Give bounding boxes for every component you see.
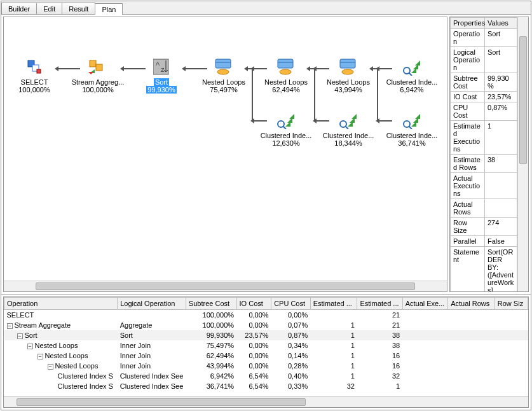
properties-vscrollbar[interactable] bbox=[517, 17, 528, 291]
svg-rect-11 bbox=[278, 59, 293, 68]
table-row[interactable]: −Nested LoopsInner Join43,994%0,00%0,28%… bbox=[4, 361, 528, 371]
aggregate-icon bbox=[88, 57, 108, 77]
props-row[interactable]: OperationSort bbox=[451, 29, 517, 47]
plan-node-stream-aggregate[interactable]: Stream Aggreg... 100,000% bbox=[67, 57, 128, 94]
props-row[interactable]: ParallelFalse bbox=[451, 236, 517, 247]
tree-toggle-icon[interactable]: − bbox=[48, 364, 53, 370]
tab-edit[interactable]: Edit bbox=[36, 3, 62, 14]
grid-col-header[interactable]: Row Siz bbox=[494, 298, 528, 310]
tree-toggle-icon[interactable]: − bbox=[7, 323, 13, 329]
grid-col-header[interactable]: IO Cost bbox=[236, 298, 271, 310]
props-row[interactable]: StatementSort(ORDER BY:([AdventureWorks]… bbox=[451, 247, 517, 292]
grid-col-header[interactable]: Logical Operation bbox=[118, 298, 186, 310]
nested-loops-icon bbox=[276, 57, 296, 77]
plan-node-clustered-index-3[interactable]: Clustered Inde... 18,344% bbox=[318, 110, 379, 147]
grid-col-header[interactable]: Estimated ... bbox=[357, 298, 402, 310]
diagram-hscrollbar[interactable] bbox=[4, 281, 447, 291]
svg-rect-14 bbox=[340, 59, 355, 68]
table-row[interactable]: −SortSort99,930%23,57%0,87%138 bbox=[4, 330, 528, 340]
props-row[interactable]: Logical OperationSort bbox=[451, 47, 517, 73]
grid-col-header[interactable]: Subtree Cost bbox=[186, 298, 236, 310]
tab-bar: Builder Edit Result Plan bbox=[1, 1, 531, 15]
plan-node-nested-loops-2[interactable]: Nested Loops 62,494% bbox=[256, 57, 317, 94]
grid-col-header[interactable]: Operation bbox=[4, 298, 118, 310]
svg-point-13 bbox=[280, 69, 291, 74]
props-col-properties[interactable]: Properties bbox=[451, 18, 485, 29]
clustered-index-icon bbox=[338, 110, 358, 130]
props-row[interactable]: Estimated Executions1 bbox=[451, 121, 517, 155]
props-row[interactable]: Row Size274 bbox=[451, 218, 517, 236]
clustered-index-icon bbox=[402, 57, 422, 77]
table-row[interactable]: −Stream AggregateAggregate100,000%0,00%0… bbox=[4, 320, 528, 330]
nested-loops-icon bbox=[338, 57, 358, 77]
props-row[interactable]: Actual Executions bbox=[451, 173, 517, 199]
props-row[interactable]: IO Cost23,57% bbox=[451, 92, 517, 102]
table-row[interactable]: −Nested LoopsInner Join62,494%0,00%0,14%… bbox=[4, 351, 528, 361]
tree-toggle-icon[interactable]: − bbox=[38, 354, 43, 359]
sort-icon: AZ bbox=[151, 57, 172, 77]
svg-rect-4 bbox=[96, 64, 102, 71]
tab-plan[interactable]: Plan bbox=[95, 3, 123, 15]
grid-hscrollbar[interactable] bbox=[4, 396, 528, 407]
svg-point-16 bbox=[342, 69, 353, 74]
props-row[interactable]: CPU Cost0,87% bbox=[451, 102, 517, 121]
plan-node-nested-loops-3[interactable]: Nested Loops 43,994% bbox=[318, 57, 379, 94]
props-row[interactable]: Subtree Cost99,930% bbox=[451, 73, 517, 92]
clustered-index-icon bbox=[276, 110, 296, 130]
tree-toggle-icon[interactable]: − bbox=[17, 333, 23, 339]
svg-text:A: A bbox=[156, 60, 160, 67]
grid-col-header[interactable]: Actual Exe... bbox=[402, 298, 448, 310]
table-row[interactable]: Clustered Index SClustered Index See36,7… bbox=[4, 381, 528, 391]
nested-loops-icon bbox=[214, 57, 234, 77]
table-row[interactable]: SELECT100,000%0,00%0,00%21 bbox=[4, 310, 528, 321]
plan-node-clustered-index-1[interactable]: Clustered Inde... 6,942% bbox=[381, 57, 442, 94]
table-row[interactable]: Clustered Index SClustered Index See6,94… bbox=[4, 371, 528, 381]
properties-panel: Properties Values OperationSortLogical O… bbox=[449, 17, 529, 292]
select-icon bbox=[24, 57, 44, 77]
svg-rect-8 bbox=[215, 59, 231, 68]
grid-col-header[interactable]: Actual Rows bbox=[448, 298, 495, 310]
grid-col-header[interactable]: Estimated ... bbox=[310, 298, 357, 310]
svg-rect-3 bbox=[90, 60, 96, 67]
svg-rect-2 bbox=[37, 69, 41, 73]
clustered-index-icon bbox=[402, 110, 422, 130]
plan-node-clustered-index-4[interactable]: Clustered Inde... 36,741% bbox=[381, 110, 442, 147]
tab-result[interactable]: Result bbox=[62, 3, 95, 14]
plan-node-select[interactable]: SELECT 100,000% bbox=[4, 57, 65, 94]
grid-col-header[interactable]: CPU Cost bbox=[271, 298, 311, 310]
plan-node-nested-loops-1[interactable]: Nested Loops 75,497% bbox=[193, 57, 254, 94]
props-row[interactable]: Estimated Rows38 bbox=[451, 155, 517, 173]
tab-builder[interactable]: Builder bbox=[1, 3, 37, 14]
props-col-values[interactable]: Values bbox=[485, 18, 517, 29]
plan-node-clustered-index-2[interactable]: Clustered Inde... 12,630% bbox=[256, 110, 317, 147]
props-row[interactable]: Actual Rows bbox=[451, 199, 517, 218]
operations-grid[interactable]: OperationLogical OperationSubtree CostIO… bbox=[4, 297, 528, 396]
table-row[interactable]: −Nested LoopsInner Join75,497%0,00%0,34%… bbox=[4, 340, 528, 351]
tree-toggle-icon[interactable]: − bbox=[27, 344, 33, 349]
svg-point-10 bbox=[217, 69, 229, 74]
plan-node-sort[interactable]: AZ Sort 99,930% bbox=[131, 57, 192, 94]
plan-diagram[interactable]: SELECT 100,000% Stream Aggreg... 100,000… bbox=[4, 17, 447, 281]
